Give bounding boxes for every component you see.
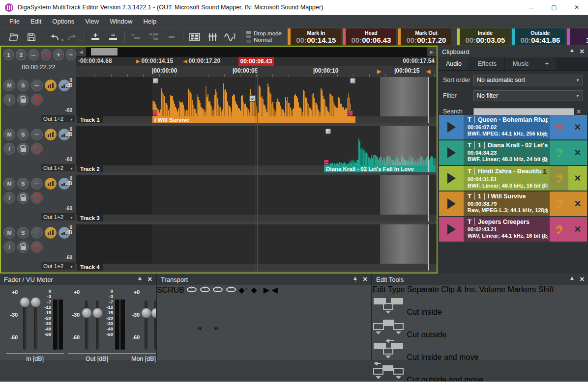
play-button[interactable]	[194, 288, 231, 325]
list-item[interactable]: TJeepers Creepers 00:02:43.21 WAV, Linea…	[439, 217, 587, 242]
prelisten-ear-icon[interactable]	[550, 140, 568, 165]
track2-name[interactable]: Track 2	[77, 165, 103, 172]
output-select[interactable]: Out 1+2	[41, 213, 75, 220]
waveform-icon[interactable]	[223, 30, 237, 44]
menu-window[interactable]: Window	[104, 15, 138, 28]
timeline-scrollbar[interactable]: ◀ ▶	[76, 47, 437, 57]
remove-item-icon[interactable]	[568, 115, 587, 139]
minimize-track-button[interactable]	[31, 227, 43, 239]
play-to-mark-button[interactable]	[265, 290, 291, 316]
fader-knob[interactable]	[82, 308, 92, 318]
lock-icon[interactable]	[17, 192, 29, 204]
minimize-track-button[interactable]	[31, 129, 43, 140]
close-button[interactable]	[565, 0, 588, 15]
title-toggle[interactable]: T	[468, 116, 475, 123]
add-track-icon[interactable]	[88, 30, 103, 44]
close-panel-icon[interactable]	[580, 275, 584, 284]
play-around-marks-button[interactable]	[337, 290, 363, 316]
mixer-blocks-icon[interactable]	[187, 30, 202, 44]
filter-select[interactable]: No filter	[473, 90, 583, 101]
prelisten-ear-icon[interactable]	[550, 191, 568, 216]
track-info-button[interactable]	[3, 192, 15, 204]
lock-icon[interactable]	[17, 241, 29, 253]
fade-in-handle[interactable]	[153, 78, 158, 83]
meter-orange-icon[interactable]	[45, 178, 57, 190]
expand-icon[interactable]	[542, 232, 549, 241]
menu-file[interactable]: File	[4, 15, 25, 28]
track3-name[interactable]: Track 3	[77, 215, 103, 221]
track4-name[interactable]: Track 4	[77, 264, 103, 271]
sort-order-select[interactable]: No automatic sort	[473, 75, 583, 85]
scroll-right-icon[interactable]: ▶	[427, 47, 437, 56]
mute-button[interactable]	[3, 129, 15, 140]
play-icon[interactable]	[439, 166, 464, 191]
menu-view[interactable]: View	[80, 15, 104, 28]
tab-effects[interactable]: Effects	[470, 57, 505, 70]
lock-icon[interactable]	[17, 143, 29, 155]
clear-search-icon[interactable]	[574, 108, 583, 115]
loop-4-button[interactable]	[226, 286, 236, 294]
redo-icon[interactable]	[65, 30, 80, 44]
open-icon[interactable]	[6, 30, 21, 44]
solo-button[interactable]	[17, 178, 29, 190]
save-icon[interactable]	[24, 30, 39, 44]
tab-separate[interactable]: Separate	[407, 285, 439, 294]
track-info-button[interactable]	[3, 241, 15, 253]
solo-button[interactable]	[17, 227, 29, 239]
track1-name[interactable]: Track 1	[77, 116, 103, 123]
record-arm-button[interactable]	[31, 94, 43, 106]
zoom-out-button[interactable]	[66, 49, 76, 60]
menu-edit[interactable]: Edit	[25, 15, 47, 28]
mute-button[interactable]	[3, 80, 15, 91]
tab-volume[interactable]: Volume	[479, 285, 505, 294]
fader-knob[interactable]	[141, 308, 151, 318]
prelisten-ear-icon[interactable]	[550, 166, 568, 191]
record-arm-button[interactable]	[31, 241, 43, 253]
play-icon[interactable]	[439, 217, 464, 242]
menu-help[interactable]: Help	[138, 15, 162, 28]
tab-type[interactable]: Type	[388, 285, 405, 294]
clip2-label[interactable]: Diana Krall - 02 Let's Fall In Love	[324, 165, 436, 172]
solo-button[interactable]	[17, 129, 29, 140]
track-info-button[interactable]	[3, 143, 15, 155]
menu-options[interactable]: Options	[47, 15, 80, 28]
prelisten-ear-icon[interactable]	[550, 115, 568, 139]
clip-end-marker[interactable]	[348, 110, 353, 116]
align-left-icon[interactable]	[129, 30, 144, 44]
undo-icon[interactable]	[47, 30, 62, 44]
record-arm-button[interactable]	[31, 192, 43, 204]
fade-in-handle[interactable]	[325, 129, 331, 134]
ungroup-icon[interactable]	[164, 30, 179, 44]
volume-point-marker[interactable]	[249, 95, 256, 102]
title-toggle[interactable]: T	[468, 192, 475, 200]
title-toggle[interactable]: T	[468, 218, 475, 225]
solo-button[interactable]	[17, 80, 29, 91]
next-icon[interactable]: »	[214, 324, 228, 337]
output-select[interactable]: Out 1+2	[41, 262, 75, 270]
meter-orange-icon[interactable]	[45, 227, 57, 239]
cut-outside-tool[interactable]: Cut outside	[372, 317, 588, 339]
tab-music[interactable]: Music	[505, 57, 537, 70]
cut-inside-move-tool[interactable]: Cut inside and move	[372, 339, 588, 362]
pin-icon[interactable]	[569, 49, 575, 55]
drop-mode-control[interactable]: Drop mode Normal	[242, 29, 282, 44]
mark-in-flag-icon[interactable]: ▶	[377, 68, 381, 75]
zoom-to-selection-button[interactable]	[41, 49, 51, 60]
search-input[interactable]	[473, 108, 574, 115]
mute-button[interactable]	[3, 227, 15, 239]
list-item[interactable]: TQueen - Bohemian Rhapsody_mp 00:06:07.0…	[439, 115, 587, 139]
clip-start-marker[interactable]	[152, 110, 157, 116]
pin-icon[interactable]	[137, 277, 143, 282]
meter-orange-icon[interactable]	[45, 80, 57, 91]
zoom-preset-2-button[interactable]	[16, 49, 26, 60]
title-toggle[interactable]: T	[468, 167, 475, 175]
meter-orange-icon[interactable]	[45, 129, 57, 140]
stop-button[interactable]	[229, 291, 261, 323]
close-panel-icon[interactable]	[363, 275, 367, 284]
close-panel-icon[interactable]	[147, 275, 152, 284]
scrollbar-thumb[interactable]	[91, 48, 118, 55]
zoom-in-button[interactable]	[53, 49, 63, 60]
tracks-lines-icon[interactable]	[205, 30, 220, 44]
cut-outside-move-tool[interactable]: Cut outside and move	[372, 362, 588, 382]
expand-icon[interactable]	[542, 130, 549, 139]
